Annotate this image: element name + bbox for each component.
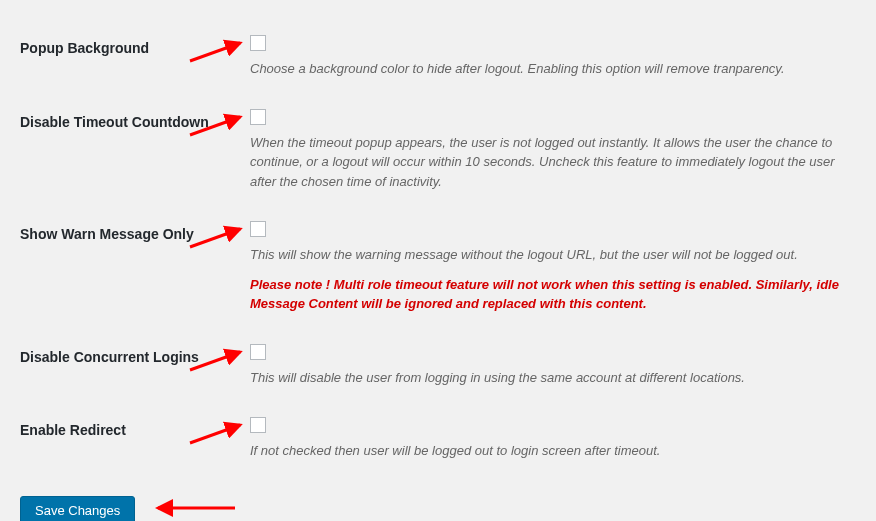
settings-form-wrap: Popup Background Choose a background col… — [0, 0, 876, 521]
desc-popup-background: Choose a background color to hide after … — [250, 59, 846, 79]
row-disable-timeout: Disable Timeout Countdown When the timeo… — [20, 94, 856, 207]
label-disable-timeout: Disable Timeout Countdown — [20, 94, 240, 207]
row-enable-redirect: Enable Redirect If not checked then user… — [20, 402, 856, 476]
desc-show-warn: This will show the warning message witho… — [250, 245, 846, 265]
row-disable-concurrent: Disable Concurrent Logins This will disa… — [20, 329, 856, 403]
arrow-icon — [150, 498, 240, 518]
checkbox-disable-timeout[interactable] — [250, 109, 266, 125]
label-popup-background: Popup Background — [20, 20, 240, 94]
label-enable-redirect: Enable Redirect — [20, 402, 240, 476]
desc-disable-timeout: When the timeout popup appears, the user… — [250, 133, 846, 192]
checkbox-enable-redirect[interactable] — [250, 417, 266, 433]
checkbox-popup-background[interactable] — [250, 35, 266, 51]
checkbox-disable-concurrent[interactable] — [250, 344, 266, 360]
settings-table: Popup Background Choose a background col… — [20, 20, 856, 476]
warning-show-warn: Please note ! Multi role timeout feature… — [250, 275, 846, 314]
row-popup-background: Popup Background Choose a background col… — [20, 20, 856, 94]
label-disable-concurrent: Disable Concurrent Logins — [20, 329, 240, 403]
desc-disable-concurrent: This will disable the user from logging … — [250, 368, 846, 388]
save-changes-button[interactable]: Save Changes — [20, 496, 135, 522]
desc-enable-redirect: If not checked then user will be logged … — [250, 441, 846, 461]
label-show-warn: Show Warn Message Only — [20, 206, 240, 329]
checkbox-show-warn[interactable] — [250, 221, 266, 237]
row-show-warn: Show Warn Message Only This will show th… — [20, 206, 856, 329]
